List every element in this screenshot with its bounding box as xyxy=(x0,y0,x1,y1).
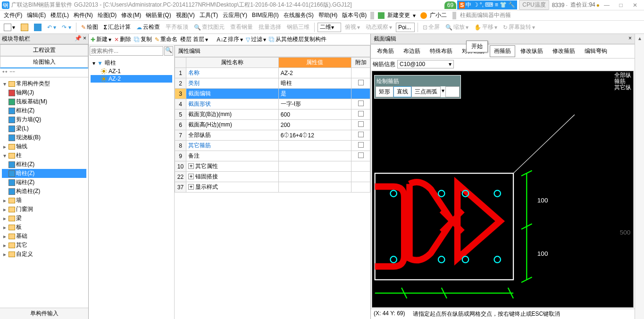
mid-copy[interactable]: ⿻复制 xyxy=(134,35,152,43)
tb-bird[interactable]: 俯视 ▾ xyxy=(343,22,362,32)
nav-pin-icon[interactable]: 📌 × xyxy=(75,35,86,43)
ime-indicator[interactable]: S 中 ☽ °, ⌨ ≡ 👕 🔧 xyxy=(457,0,517,9)
nav-item[interactable]: 现浇板(B) xyxy=(2,133,86,142)
nav-tab-draw[interactable]: 绘图输入 xyxy=(0,56,88,68)
menu-modify[interactable]: 修改(M) xyxy=(119,10,143,20)
nav-item[interactable]: 筏板基础(M) xyxy=(2,97,86,106)
tb-redo-icon[interactable]: ↷ ▾ xyxy=(60,23,73,32)
prop-row[interactable]: 9备注 xyxy=(175,151,370,161)
rp-info-combo[interactable]: C10@100▾ xyxy=(397,60,454,68)
rp-tab[interactable]: 画箍筋 xyxy=(490,45,515,57)
tb-rebar3d[interactable]: 钢筋三维 xyxy=(285,22,311,32)
nav-item[interactable]: ▸门窗洞 xyxy=(2,205,86,214)
mid-sort[interactable]: A↓Z 排序 ▾ xyxy=(217,35,243,43)
mid-filter[interactable]: ▽过滤 ▾ xyxy=(246,35,266,43)
menu-floor[interactable]: 楼层(L) xyxy=(49,10,71,20)
nav-item[interactable]: ▸板 xyxy=(2,223,86,232)
prop-row[interactable]: 1名称AZ-2 xyxy=(175,68,370,78)
menu-online[interactable]: 在线服务(S) xyxy=(282,10,316,20)
nav-item[interactable]: ▸其它 xyxy=(2,241,86,250)
nav-item[interactable]: ▾常用构件类型 xyxy=(2,79,86,88)
tb-new-icon[interactable]: ▾ xyxy=(2,23,17,32)
nav-item[interactable]: 梁(L) xyxy=(2,124,86,133)
mid-copy-floor[interactable]: ⿻从其他楼层复制构件 xyxy=(269,35,326,43)
section-canvas[interactable]: 绘制箍筋 矩形 直线 三点画弧 ▾ 全部纵箍筋其它纵 xyxy=(372,71,634,308)
nav-footer[interactable]: 单构件输入 xyxy=(0,308,88,319)
menu-edit[interactable]: 编辑(E) xyxy=(25,10,48,20)
comp-item[interactable]: ▾▼暗柱 xyxy=(91,59,172,67)
prop-row[interactable]: 7全部纵筋6⏀16+4⏀12 xyxy=(175,130,370,141)
prop-row[interactable]: 10+ 其它属性 xyxy=(175,161,370,172)
menu-version[interactable]: 版本号(B) xyxy=(340,10,368,20)
rp-tab[interactable]: 布角筋 xyxy=(373,45,398,57)
menu-rebar[interactable]: 钢筋量(Q) xyxy=(144,10,173,20)
tb-open-icon[interactable] xyxy=(19,23,30,32)
menu-file[interactable]: 文件(F) xyxy=(2,10,24,20)
prop-row[interactable]: 5截面宽(B边)(mm)600 xyxy=(175,109,370,120)
nav-item[interactable]: ▸梁 xyxy=(2,214,86,223)
tb-save-icon[interactable] xyxy=(32,23,43,32)
tb-pan[interactable]: ✋ 平移 ▾ xyxy=(472,22,499,32)
comp-item[interactable]: AZ-2 xyxy=(91,75,172,83)
tb-dyn[interactable]: 动态观察 ▾ xyxy=(364,22,394,32)
user-button[interactable]: 广小二 xyxy=(418,10,451,21)
tb-batch[interactable]: 批量选择 xyxy=(257,22,283,32)
nav-item[interactable]: 框柱(Z) xyxy=(2,106,86,115)
nav-item[interactable]: 轴网(J) xyxy=(2,88,86,97)
badge-69[interactable]: 69 xyxy=(444,1,456,9)
nav-item[interactable]: ▸基础 xyxy=(2,232,86,241)
nav-item[interactable]: 暗柱(Z) xyxy=(2,169,86,178)
ct-color[interactable] xyxy=(445,86,460,97)
search-button[interactable]: 🔍 xyxy=(164,46,173,56)
nav-item[interactable]: 构造柱(Z) xyxy=(2,187,86,196)
menu-tools[interactable]: 工具(T) xyxy=(198,10,220,20)
mid-rename[interactable]: ✎重命名 xyxy=(155,35,177,43)
prop-row[interactable]: 22+ 锚固搭接 xyxy=(175,172,370,182)
tb-cloud[interactable]: ☁云检查 xyxy=(134,22,162,32)
rp-tab[interactable]: 特殊布筋 xyxy=(426,45,457,57)
rp-tab[interactable]: 修改纵筋 xyxy=(516,45,547,57)
prop-row[interactable]: 3截面编辑是 xyxy=(175,89,370,99)
tb-rotate[interactable]: ↻ 屏幕旋转 ▾ xyxy=(501,22,537,32)
prop-row[interactable]: 8其它箍筋 xyxy=(175,141,370,151)
prop-row[interactable]: 6截面高(H边)(mm)200 xyxy=(175,120,370,130)
nav-item[interactable]: 剪力墙(Q) xyxy=(2,115,86,124)
ct-line[interactable]: 直线 xyxy=(393,86,411,97)
menu-view[interactable]: 视图(V) xyxy=(174,10,197,20)
tb-find[interactable]: 🔍查找图元 xyxy=(192,22,226,32)
prop-row[interactable]: 2类别暗柱 xyxy=(175,78,370,89)
menu-help[interactable]: 帮助(H) xyxy=(317,10,340,20)
nav-item[interactable]: ▾柱 xyxy=(2,151,86,160)
tb-poi-combo[interactable]: Poi... xyxy=(396,23,415,32)
nav-item[interactable]: 框柱(Z) xyxy=(2,160,86,169)
new-change-button[interactable]: 新建变更 ▾ xyxy=(376,10,418,21)
nav-tab-project[interactable]: 工程设置 xyxy=(0,44,88,56)
rp-close-icon[interactable]: × xyxy=(628,35,632,43)
tb-flat[interactable]: 平齐板顶 xyxy=(164,22,190,32)
rp-tab[interactable]: 编辑弯钩 xyxy=(580,45,611,57)
mid-delete[interactable]: ✕删除 xyxy=(114,35,131,43)
rp-tab[interactable]: 修改箍筋 xyxy=(548,45,579,57)
nav-tool-2[interactable]: ⁻⁻ xyxy=(9,69,15,76)
tb-2d-combo[interactable]: 二维 ▾ xyxy=(318,23,341,32)
tb-zoom[interactable]: 🔍 缩放 ▾ xyxy=(443,22,470,32)
tb-sum[interactable]: Σ 汇总计算 xyxy=(102,22,133,32)
tb-draw[interactable]: ✎绘图 xyxy=(79,22,100,32)
nav-item[interactable]: ▸轴线 xyxy=(2,142,86,151)
mid-floor[interactable]: 楼层 首层 ▾ xyxy=(180,35,208,43)
nav-item[interactable]: ▸墙 xyxy=(2,196,86,205)
tb-full[interactable]: ⊡ 全屏 xyxy=(421,22,442,32)
prop-row[interactable]: 37+ 显示样式 xyxy=(175,182,370,193)
prop-row[interactable]: 4截面形状一字-I形 xyxy=(175,99,370,109)
tb-steel[interactable]: 查看钢量 xyxy=(228,22,255,32)
menu-cloud[interactable]: 云应用(Y) xyxy=(221,10,249,20)
nav-tool-1[interactable]: ⁺⁺ xyxy=(2,69,8,76)
comp-item[interactable]: AZ-1 xyxy=(91,67,172,75)
ct-rect[interactable]: 矩形 xyxy=(376,86,393,97)
search-input[interactable] xyxy=(90,46,163,56)
close-button[interactable]: ✕ xyxy=(628,2,642,8)
menu-draw[interactable]: 绘图(D) xyxy=(96,10,119,20)
nav-item[interactable]: ▸自定义 xyxy=(2,250,86,259)
menu-component[interactable]: 构件(N) xyxy=(72,10,95,20)
rp-tab[interactable]: 布边筋 xyxy=(399,45,425,57)
